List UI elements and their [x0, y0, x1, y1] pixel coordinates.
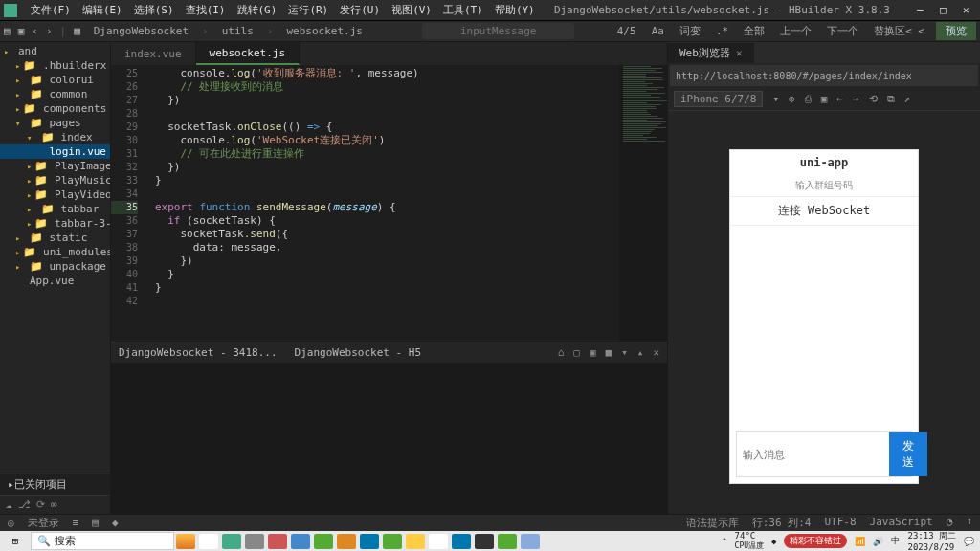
task-icon[interactable]: [245, 534, 264, 549]
minimize-button[interactable]: ─: [911, 4, 923, 16]
crumb-project[interactable]: DjangoWebsocket: [88, 25, 194, 37]
tree-item[interactable]: ▸📁 PlayVideo: [0, 187, 110, 202]
search-input-placeholder[interactable]: inputMessage: [422, 23, 574, 39]
branch-icon[interactable]: ⎇: [18, 498, 31, 511]
syntax-hint[interactable]: 语法提示库: [686, 516, 739, 530]
task-icon[interactable]: [429, 534, 448, 549]
terminal-close-icon[interactable]: ✕: [653, 346, 659, 359]
task-icon[interactable]: [521, 534, 540, 549]
task-icon[interactable]: [383, 534, 402, 549]
refresh-icon[interactable]: ▣: [590, 346, 596, 359]
send-button[interactable]: 发送: [889, 432, 927, 476]
cursor-position[interactable]: 行:36 列:4: [752, 516, 812, 530]
clock[interactable]: 23:13 周二2023/8/29: [907, 530, 956, 551]
terminal-panel[interactable]: [111, 363, 667, 514]
menu-find[interactable]: 查找(I): [180, 3, 232, 17]
task-icon[interactable]: [291, 534, 310, 549]
replace-area[interactable]: 替换区< <: [870, 24, 928, 38]
cloud-icon[interactable]: ☁: [6, 498, 12, 511]
crumb-file[interactable]: websocket.js: [280, 25, 368, 37]
task-icon[interactable]: [406, 534, 425, 549]
closed-projects-header[interactable]: ▸ 已关闭项目: [0, 474, 110, 496]
task-icon[interactable]: [199, 534, 218, 549]
zoom-icon[interactable]: ⊕: [789, 93, 795, 105]
forward-icon[interactable]: →: [853, 93, 859, 105]
tree-item[interactable]: ▸📁 colorui: [0, 73, 110, 87]
device-dropdown-icon[interactable]: ▾: [772, 93, 779, 105]
external-icon[interactable]: ↗: [904, 93, 911, 105]
group-input-placeholder[interactable]: 输入群组号码: [730, 175, 918, 197]
task-icon[interactable]: [337, 534, 356, 549]
case-toggle[interactable]: Aa: [648, 25, 668, 37]
encoding[interactable]: UTF-8: [824, 516, 856, 530]
system-tray[interactable]: ^ 74°CCPU温度 ◆ 精彩不容错过 📶 🔊 中 23:13 周二2023/…: [716, 530, 980, 551]
task-icon[interactable]: [360, 534, 379, 549]
tree-item[interactable]: ▸📁 .hbuilderx: [0, 58, 110, 73]
menu-tools[interactable]: 工具(T): [437, 3, 489, 17]
status-icon-2[interactable]: ▤: [92, 517, 99, 529]
connect-button[interactable]: 连接 WebSocket: [730, 197, 918, 226]
tree-item[interactable]: ▸📁 common: [0, 87, 110, 101]
status-icon-3[interactable]: ◆: [112, 517, 119, 529]
device-select[interactable]: iPhone 6/7/8: [674, 91, 763, 107]
ime-icon[interactable]: 中: [891, 535, 900, 547]
browser-tab-close-icon[interactable]: ✕: [736, 47, 743, 59]
collapse-down-icon[interactable]: ▾: [621, 346, 628, 359]
chevron-up-icon[interactable]: ^: [722, 537, 726, 546]
tree-item[interactable]: ▸📁 components: [0, 101, 110, 116]
user-icon[interactable]: ◎: [8, 517, 14, 529]
find-prev[interactable]: 上一个: [776, 24, 815, 38]
wifi-icon[interactable]: 📶: [855, 537, 865, 546]
editor-tab[interactable]: websocket.js: [196, 42, 300, 65]
task-icon[interactable]: [222, 534, 241, 549]
menu-file[interactable]: 文件(F): [25, 3, 77, 17]
feedback-icon[interactable]: ⬆: [966, 516, 972, 530]
task-icon[interactable]: [176, 534, 195, 549]
menu-run[interactable]: 运行(R): [282, 3, 334, 17]
word-toggle[interactable]: 词变: [676, 24, 704, 38]
terminal-tab-1[interactable]: DjangoWebsocket - 3418...: [119, 346, 278, 359]
toggle-sidebar-icon[interactable]: ▤: [4, 25, 11, 37]
sound-icon[interactable]: 🔊: [873, 537, 883, 546]
task-icon[interactable]: [498, 534, 517, 549]
menu-edit[interactable]: 编辑(E): [77, 3, 128, 17]
tree-item[interactable]: ▸📁 uni_modules: [0, 245, 110, 259]
tree-item[interactable]: ▾📁 pages: [0, 116, 110, 130]
menu-select[interactable]: 选择(S): [128, 3, 180, 17]
code-content[interactable]: console.log('收到服务器消息: ', message) // 处理接…: [147, 65, 667, 342]
find-next[interactable]: 下一个: [823, 24, 862, 38]
find-all[interactable]: 全部: [740, 24, 768, 38]
tray-icon[interactable]: ◆: [771, 537, 776, 546]
tree-item[interactable]: ▸📁 static: [0, 231, 110, 245]
code-area[interactable]: 252627282930313233343536373839404142 con…: [111, 65, 667, 342]
tree-item[interactable]: login.vue: [0, 144, 110, 159]
back-icon[interactable]: ←: [836, 93, 843, 105]
tree-item[interactable]: ▸📁 PlayImage: [0, 159, 110, 173]
copy-icon[interactable]: ⧉: [887, 93, 895, 105]
tree-item[interactable]: ▾📁 index: [0, 130, 110, 144]
nav-forward-icon[interactable]: ›: [46, 25, 53, 37]
url-bar[interactable]: http://localhost:8080/#/pages/index/inde…: [670, 65, 978, 86]
preview-button[interactable]: 预览: [936, 22, 976, 40]
task-icon[interactable]: [268, 534, 287, 549]
collapse-up-icon[interactable]: ▴: [637, 346, 644, 359]
notify-icon[interactable]: ◔: [947, 516, 953, 530]
link-icon[interactable]: ∞: [51, 498, 57, 511]
start-button[interactable]: ⊞: [0, 535, 31, 547]
crumb-folder[interactable]: utils: [216, 25, 259, 37]
home-icon[interactable]: ⌂: [558, 346, 565, 359]
login-status[interactable]: 未登录: [28, 516, 59, 530]
menu-publish[interactable]: 发行(U): [334, 3, 386, 17]
notification-icon[interactable]: 💬: [964, 537, 974, 546]
tree-item[interactable]: ▸📁 PlayMusic: [0, 173, 110, 187]
open-icon[interactable]: ▢: [573, 346, 580, 359]
reload-icon[interactable]: ⟲: [869, 93, 878, 105]
minimap[interactable]: [619, 65, 667, 342]
editor-tab[interactable]: index.vue: [111, 42, 196, 65]
browser-tab[interactable]: Web浏览器✕: [668, 43, 754, 63]
task-icon[interactable]: [475, 534, 494, 549]
task-icon[interactable]: [314, 534, 333, 549]
taskbar-search[interactable]: 🔍搜索: [31, 532, 174, 550]
news-pill[interactable]: 精彩不容错过: [784, 534, 847, 548]
menu-goto[interactable]: 跳转(G): [232, 3, 283, 17]
